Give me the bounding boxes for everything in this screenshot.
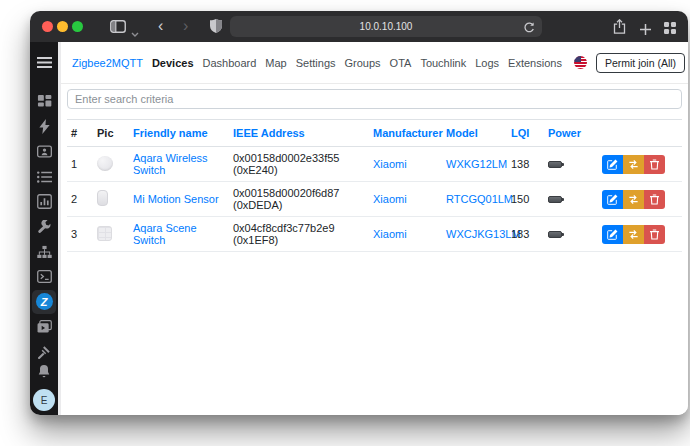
search-input[interactable] <box>67 89 682 109</box>
browser-window: ‹ › 10.0.10.100 <box>30 11 688 415</box>
permit-join-button[interactable]: Permit join (All) <box>596 53 685 73</box>
privacy-shield-icon[interactable] <box>210 19 222 37</box>
nav-settings[interactable]: Settings <box>296 57 336 69</box>
friendly-name-link[interactable]: Mi Motion Sensor <box>133 193 219 205</box>
tab-overview-icon[interactable] <box>664 20 676 38</box>
lqi-value: 138 <box>507 147 544 182</box>
table-header-row: # Pic Friendly name IEEE Address Manufac… <box>67 120 682 147</box>
nav-ota[interactable]: OTA <box>390 57 412 69</box>
model-link[interactable]: WXKG12LM <box>446 158 507 170</box>
list-icon[interactable] <box>30 164 58 189</box>
zigbee2mqtt-active-tile: Z <box>32 290 56 314</box>
reload-icon[interactable] <box>523 20 535 38</box>
col-header-pic: Pic <box>93 120 129 147</box>
manufacturer-link[interactable]: Xiaomi <box>373 193 407 205</box>
reconfigure-button[interactable] <box>623 225 644 244</box>
row-number: 3 <box>67 217 93 252</box>
col-header-ieee[interactable]: IEEE Address <box>229 120 369 147</box>
manufacturer-link[interactable]: Xiaomi <box>373 228 407 240</box>
nav-extensions[interactable]: Extensions <box>508 57 562 69</box>
us-flag-icon[interactable] <box>574 56 587 69</box>
devices-page: # Pic Friendly name IEEE Address Manufac… <box>61 84 688 415</box>
url-text: 10.0.10.100 <box>360 21 413 32</box>
lqi-value: 183 <box>507 217 544 252</box>
rename-button[interactable] <box>602 225 623 244</box>
remove-button[interactable] <box>644 155 665 174</box>
nav-dashboard[interactable]: Dashboard <box>203 57 257 69</box>
remove-button[interactable] <box>644 225 665 244</box>
nav-groups[interactable]: Groups <box>345 57 381 69</box>
manufacturer-link[interactable]: Xiaomi <box>373 158 407 170</box>
row-number: 1 <box>67 147 93 182</box>
bell-icon[interactable] <box>37 364 51 383</box>
nav-logs[interactable]: Logs <box>475 57 499 69</box>
friendly-name-link[interactable]: Aqara Scene Switch <box>133 222 197 246</box>
friendly-name-link[interactable]: Aqara Wireless Switch <box>133 152 208 176</box>
user-avatar[interactable]: E <box>33 389 55 411</box>
device-row: 2 Mi Motion Sensor 0x00158d00020f6d87 (0… <box>67 182 682 217</box>
gavel-icon[interactable] <box>30 339 58 364</box>
device-picture-cube-switch <box>97 226 112 241</box>
remove-button[interactable] <box>644 190 665 209</box>
address-bar[interactable]: 10.0.10.100 <box>230 16 542 37</box>
col-header-lqi[interactable]: LQI <box>507 120 544 147</box>
sidebar-toggle-icon[interactable] <box>110 19 126 37</box>
battery-icon <box>548 231 562 238</box>
zigbee2mqtt-sidebar-item[interactable]: Z <box>30 289 58 314</box>
dashboard-icon[interactable] <box>30 89 58 114</box>
zigbee2mqtt-logo: Z <box>36 293 53 310</box>
device-row: 1 Aqara Wireless Switch 0x00158d0002e33f… <box>67 147 682 182</box>
zoom-window-button[interactable] <box>72 21 83 32</box>
new-tab-icon[interactable] <box>640 21 651 39</box>
model-link[interactable]: RTCGQ01LM <box>446 193 513 205</box>
col-header-manufacturer[interactable]: Manufacturer <box>369 120 442 147</box>
nav-map[interactable]: Map <box>265 57 286 69</box>
ieee-address: 0x04cf8cdf3c77b2e9 (0x1EF8) <box>229 217 369 252</box>
model-link[interactable]: WXCJKG13LM <box>446 228 521 240</box>
ieee-address: 0x00158d0002e33f55 (0xE240) <box>229 147 369 182</box>
bolt-icon[interactable] <box>30 114 58 139</box>
chevron-down-icon[interactable] <box>131 23 139 41</box>
device-picture-round-button <box>97 156 113 171</box>
col-header-friendly-name[interactable]: Friendly name <box>129 120 229 147</box>
user-card-icon[interactable] <box>30 139 58 164</box>
reconfigure-button[interactable] <box>623 190 644 209</box>
device-picture-cylinder-sensor <box>97 190 108 206</box>
app-navbar: Zigbee2MQTT Devices Dashboard Map Settin… <box>61 42 688 84</box>
wrench-icon[interactable] <box>30 214 58 239</box>
battery-icon <box>548 161 562 168</box>
back-button[interactable]: ‹ <box>158 14 163 38</box>
device-row: 3 Aqara Scene Switch 0x04cf8cdf3c77b2e9 … <box>67 217 682 252</box>
devices-table: # Pic Friendly name IEEE Address Manufac… <box>67 119 682 252</box>
close-window-button[interactable] <box>42 21 53 32</box>
forward-button[interactable]: › <box>183 14 188 38</box>
battery-icon <box>548 196 562 203</box>
col-header-num: # <box>67 120 93 147</box>
sitemap-icon[interactable] <box>30 239 58 264</box>
ieee-address: 0x00158d00020f6d87 (0xDEDA) <box>229 182 369 217</box>
lqi-value: 150 <box>507 182 544 217</box>
brand-link[interactable]: Zigbee2MQTT <box>72 57 143 69</box>
reconfigure-button[interactable] <box>623 155 644 174</box>
col-header-actions <box>598 120 682 147</box>
zigbee2mqtt-app: Zigbee2MQTT Devices Dashboard Map Settin… <box>61 42 688 415</box>
share-icon[interactable] <box>613 19 626 38</box>
rename-button[interactable] <box>602 155 623 174</box>
media-icon[interactable] <box>30 314 58 339</box>
col-header-model[interactable]: Model <box>442 120 507 147</box>
rename-button[interactable] <box>602 190 623 209</box>
nav-devices[interactable]: Devices <box>152 57 194 69</box>
row-number: 2 <box>67 182 93 217</box>
stats-chart-icon[interactable] <box>30 189 58 214</box>
browser-titlebar: ‹ › 10.0.10.100 <box>30 11 688 42</box>
terminal-icon[interactable] <box>30 264 58 289</box>
minimize-window-button[interactable] <box>57 21 68 32</box>
menu-icon[interactable] <box>30 50 58 75</box>
app-sidebar: Z E <box>30 42 58 415</box>
nav-touchlink[interactable]: Touchlink <box>420 57 466 69</box>
col-header-power[interactable]: Power <box>544 120 598 147</box>
